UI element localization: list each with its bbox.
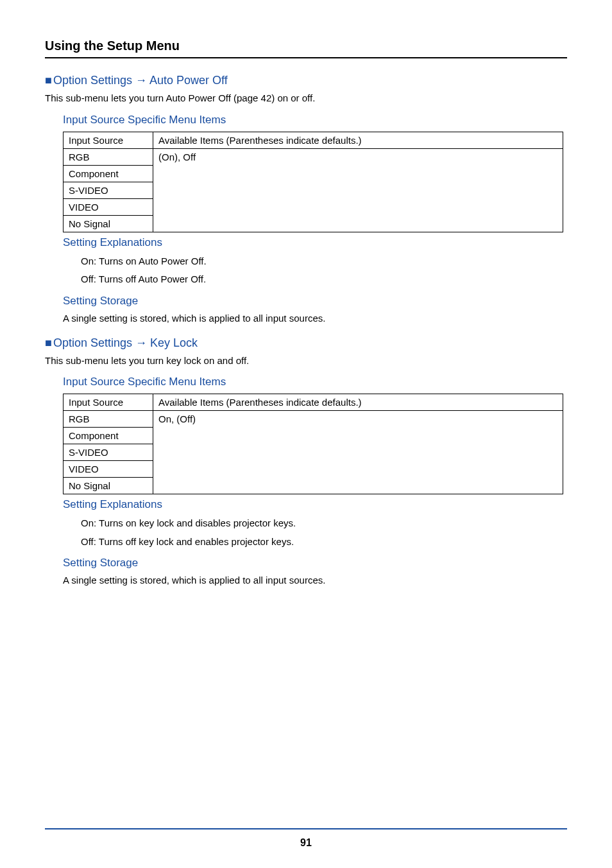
table-cell-value: On, (Off) (153, 411, 563, 494)
explanation-on: On: Turns on Auto Power Off. (81, 254, 567, 269)
setting-explanations-title: Setting Explanations (63, 498, 567, 511)
table-cell: S-VIDEO (64, 444, 153, 461)
table-cell: S-VIDEO (64, 182, 153, 198)
explanation-off: Off: Turns off key lock and enables proj… (81, 535, 567, 550)
input-source-items-title: Input Source Specific Menu Items (63, 114, 567, 126)
table-cell: Component (64, 428, 153, 444)
section-heading-key-lock: ■Option Settings → Key Lock (45, 336, 567, 350)
input-source-table: Input Source Available Items (Parenthese… (63, 132, 563, 232)
table-row: Input Source Available Items (Parenthese… (64, 132, 563, 148)
setting-storage-text: A single setting is stored, which is app… (63, 313, 567, 324)
table-cell: VIDEO (64, 461, 153, 478)
section-heading-auto-power-off: ■Option Settings → Auto Power Off (45, 74, 567, 87)
table-header-source: Input Source (64, 132, 153, 148)
section-heading-text: Option Settings → Auto Power Off (53, 74, 228, 87)
section-description: This sub-menu lets you turn Auto Power O… (45, 91, 567, 106)
table-cell: No Signal (64, 215, 153, 232)
table-header-available: Available Items (Parentheses indicate de… (153, 394, 563, 411)
table-cell: Component (64, 165, 153, 182)
setting-storage-text: A single setting is stored, which is app… (63, 575, 567, 586)
section-description: This sub-menu lets you turn key lock on … (45, 354, 567, 369)
table-cell: VIDEO (64, 198, 153, 215)
page-number: 91 (0, 837, 612, 849)
input-source-items-title: Input Source Specific Menu Items (63, 376, 567, 388)
table-header-available: Available Items (Parentheses indicate de… (153, 132, 563, 148)
input-source-table: Input Source Available Items (Parenthese… (63, 394, 563, 494)
table-cell: RGB (64, 411, 153, 428)
table-cell-value: (On), Off (153, 148, 563, 232)
explanation-off: Off: Turns off Auto Power Off. (81, 272, 567, 287)
square-bullet-icon: ■ (45, 336, 52, 349)
table-header-source: Input Source (64, 394, 153, 411)
divider (45, 57, 567, 58)
setting-storage-title: Setting Storage (63, 557, 567, 569)
setting-explanations-title: Setting Explanations (63, 236, 567, 249)
table-row: RGB (On), Off (64, 148, 563, 165)
table-row: Input Source Available Items (Parenthese… (64, 394, 563, 411)
page-title: Using the Setup Menu (45, 39, 567, 53)
table-cell: RGB (64, 148, 153, 165)
section-heading-text: Option Settings → Key Lock (53, 336, 198, 349)
table-row: RGB On, (Off) (64, 411, 563, 428)
table-cell: No Signal (64, 478, 153, 494)
footer-divider (45, 828, 567, 829)
setting-storage-title: Setting Storage (63, 295, 567, 308)
explanation-on: On: Turns on key lock and disables proje… (81, 516, 567, 531)
square-bullet-icon: ■ (45, 74, 52, 87)
